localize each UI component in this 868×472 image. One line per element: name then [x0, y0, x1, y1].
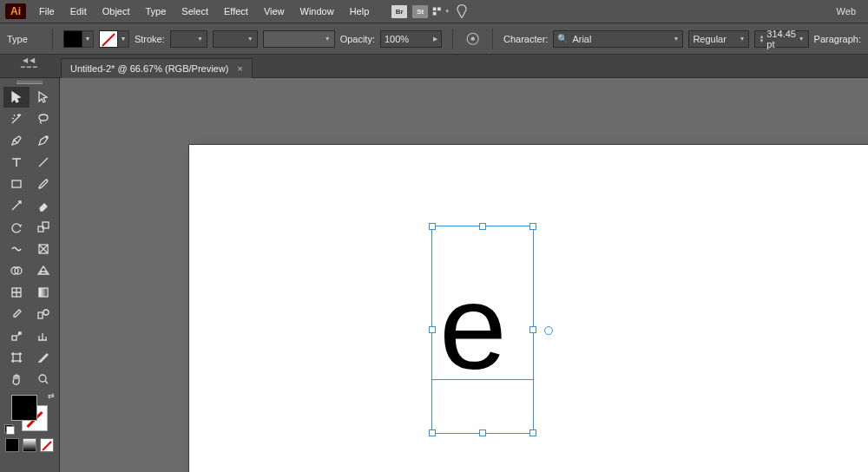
- handle-bottom-right[interactable]: [529, 429, 536, 436]
- fill-swatch-square[interactable]: [11, 395, 37, 421]
- paintbrush-tool[interactable]: [30, 174, 56, 194]
- active-tool-label: Type: [7, 34, 42, 44]
- swap-fill-stroke-icon[interactable]: ⇄: [48, 391, 55, 400]
- paragraph-label[interactable]: Paragraph:: [814, 34, 861, 44]
- menu-edit[interactable]: Edit: [62, 0, 95, 23]
- svg-rect-14: [38, 312, 43, 318]
- variable-width-profile[interactable]: ▼: [213, 30, 258, 48]
- close-tab-button[interactable]: ×: [237, 63, 242, 74]
- menu-help[interactable]: Help: [342, 0, 378, 23]
- stroke-weight[interactable]: ▼: [170, 30, 207, 48]
- canvas[interactable]: e: [60, 78, 868, 472]
- menu-file[interactable]: File: [31, 0, 62, 23]
- arrange-documents-icon[interactable]: ▼: [432, 3, 450, 19]
- svg-point-5: [46, 136, 48, 138]
- gpu-icon[interactable]: [453, 3, 470, 19]
- rotate-tool[interactable]: [3, 217, 30, 238]
- gradient-tool[interactable]: [30, 282, 56, 303]
- direct-selection-tool[interactable]: [30, 87, 56, 108]
- stroke-label[interactable]: Stroke:: [135, 34, 165, 44]
- column-graph-tool[interactable]: [30, 325, 56, 346]
- menu-type[interactable]: Type: [138, 0, 174, 23]
- handle-bottom-center[interactable]: [479, 429, 486, 436]
- svg-rect-1: [437, 7, 441, 10]
- color-mode-row: [5, 438, 54, 452]
- color-mode-solid[interactable]: [5, 438, 19, 452]
- free-transform-tool[interactable]: [30, 239, 56, 259]
- menu-object[interactable]: Object: [95, 0, 138, 23]
- handle-middle-left[interactable]: [429, 326, 436, 333]
- perspective-grid-tool[interactable]: [30, 260, 56, 281]
- menu-window[interactable]: Window: [293, 0, 342, 23]
- type-tool[interactable]: [3, 152, 30, 173]
- menu-select[interactable]: Select: [174, 0, 216, 23]
- slice-tool[interactable]: [30, 347, 56, 368]
- fill-swatch[interactable]: ▼: [63, 30, 94, 48]
- tab-strip: ◀◀━━━ Untitled-2* @ 66.67% (RGB/Preview)…: [0, 55, 868, 78]
- handle-top-center[interactable]: [479, 223, 486, 230]
- eyedropper-tool[interactable]: [3, 304, 30, 324]
- menu-effect[interactable]: Effect: [216, 0, 256, 23]
- svg-rect-6: [12, 180, 21, 187]
- mesh-tool[interactable]: [3, 282, 30, 303]
- svg-point-18: [39, 375, 46, 382]
- hand-tool[interactable]: [3, 369, 30, 390]
- selection-tool[interactable]: [3, 87, 30, 108]
- opacity-label[interactable]: Opacity:: [340, 34, 375, 44]
- font-size-field[interactable]: ▲▼ 314.45 pt ▼: [754, 30, 808, 48]
- panel-grip-icon[interactable]: [16, 81, 43, 84]
- symbol-sprayer-tool[interactable]: [3, 325, 30, 346]
- shaper-tool[interactable]: [3, 195, 30, 216]
- stroke-swatch[interactable]: ▼: [99, 30, 129, 48]
- recolor-artwork-icon[interactable]: [465, 31, 480, 47]
- font-style-field[interactable]: Regular ▼: [688, 30, 749, 48]
- workspace-switcher[interactable]: Web: [830, 6, 863, 16]
- scale-tool[interactable]: [30, 217, 56, 238]
- font-family-field[interactable]: 🔍 Arial ▼: [553, 30, 683, 48]
- blend-tool[interactable]: [30, 304, 56, 324]
- opacity-field[interactable]: 100% ▶: [380, 30, 442, 48]
- rectangle-tool[interactable]: [3, 174, 30, 194]
- document-tab[interactable]: Untitled-2* @ 66.67% (RGB/Preview) ×: [61, 58, 253, 78]
- pen-tool[interactable]: [3, 130, 30, 151]
- svg-rect-0: [433, 7, 437, 10]
- character-label[interactable]: Character:: [503, 34, 548, 44]
- color-mode-gradient[interactable]: [23, 438, 36, 452]
- document-tab-title: Untitled-2* @ 66.67% (RGB/Preview): [70, 63, 228, 74]
- app-logo-icon: Ai: [5, 3, 26, 19]
- text-out-port[interactable]: [544, 326, 553, 335]
- shape-builder-tool[interactable]: [3, 260, 30, 281]
- work-area: ⇄ e: [0, 78, 868, 472]
- fill-stroke-swatch[interactable]: ⇄: [11, 395, 48, 431]
- svg-rect-13: [39, 288, 48, 297]
- default-fill-stroke-icon[interactable]: [4, 424, 15, 435]
- handle-top-left[interactable]: [429, 223, 436, 230]
- brush-definition[interactable]: ▼: [263, 30, 335, 48]
- handle-middle-right[interactable]: [529, 326, 536, 333]
- bridge-button[interactable]: Br: [391, 3, 408, 19]
- color-mode-none[interactable]: [40, 438, 54, 452]
- width-tool[interactable]: [3, 239, 30, 259]
- search-icon: 🔍: [557, 34, 568, 43]
- menu-view[interactable]: View: [256, 0, 293, 23]
- handle-top-right[interactable]: [529, 223, 536, 230]
- svg-point-15: [43, 310, 49, 315]
- baseline-indicator: [432, 379, 533, 380]
- svg-point-4: [470, 36, 474, 40]
- lasso-tool[interactable]: [30, 108, 56, 129]
- line-segment-tool[interactable]: [30, 152, 56, 173]
- stock-button[interactable]: St: [411, 3, 429, 19]
- text-glyph[interactable]: e: [439, 279, 507, 376]
- magic-wand-tool[interactable]: [3, 108, 30, 129]
- svg-rect-17: [13, 354, 20, 361]
- curvature-tool[interactable]: [30, 130, 56, 151]
- svg-rect-16: [12, 336, 16, 340]
- eraser-tool[interactable]: [30, 195, 56, 216]
- collapse-panels-icon[interactable]: ◀◀━━━: [3, 57, 56, 71]
- handle-bottom-left[interactable]: [429, 429, 436, 436]
- menu-bar: Ai File Edit Object Type Select Effect V…: [0, 0, 868, 23]
- svg-rect-2: [433, 12, 437, 16]
- zoom-tool[interactable]: [30, 369, 56, 390]
- selection-bounding-box[interactable]: e: [431, 226, 534, 434]
- artboard-tool[interactable]: [3, 347, 30, 368]
